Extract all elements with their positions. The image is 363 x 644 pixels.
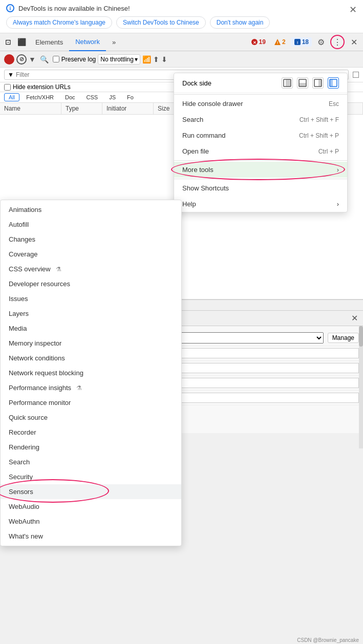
tab-network[interactable]: Network xyxy=(69,33,106,51)
submenu-network-request-blocking[interactable]: Network request blocking xyxy=(1,366,181,380)
submenu-coverage[interactable]: Coverage xyxy=(1,247,181,262)
submenu-sensors[interactable]: Sensors xyxy=(1,484,181,499)
submenu-webauthn[interactable]: WebAuthn xyxy=(1,514,181,529)
menu-show-shortcuts[interactable]: Show Shortcuts xyxy=(174,180,347,196)
clear-button[interactable]: ⊘ xyxy=(16,54,27,65)
svg-rect-7 xyxy=(286,79,291,87)
submenu-webaudio[interactable]: WebAudio xyxy=(1,499,181,514)
submenu-search[interactable]: Search xyxy=(1,455,181,469)
filter-js[interactable]: JS xyxy=(104,93,120,101)
menu-run-command[interactable]: Run command Ctrl + Shift + P xyxy=(174,127,347,143)
menu-help-label: Help xyxy=(182,200,196,208)
hide-extension-label: Hide extension URLs xyxy=(13,83,71,91)
menu-divider-2 xyxy=(174,160,347,161)
svg-rect-9 xyxy=(299,83,306,87)
submenu-memory-inspector[interactable]: Memory inspector xyxy=(1,336,181,351)
more-options-icon[interactable]: ⋮ xyxy=(330,35,345,49)
notification-bar: i DevTools is now available in Chinese! … xyxy=(0,0,363,33)
menu-divider-3 xyxy=(174,179,347,179)
filter-checkbox[interactable] xyxy=(353,72,359,78)
record-button[interactable] xyxy=(4,54,14,65)
dock-icon-separate[interactable] xyxy=(282,77,293,89)
submenu-quick-source[interactable]: Quick source xyxy=(1,410,181,425)
svg-text:!: ! xyxy=(277,40,279,45)
inspector-icon[interactable]: ⊡ xyxy=(2,38,14,46)
svg-rect-13 xyxy=(330,79,333,87)
submenu-issues[interactable]: Issues xyxy=(1,291,181,306)
dont-show-again-button[interactable]: Don't show again xyxy=(210,16,270,29)
submenu-autofill[interactable]: Autofill xyxy=(1,217,181,232)
download-icon[interactable]: ⬇ xyxy=(161,55,167,63)
menu-help[interactable]: Help › xyxy=(174,196,347,212)
search-button[interactable]: 🔍 xyxy=(38,54,51,65)
close-notification-button[interactable]: ✕ xyxy=(349,4,357,15)
more-tools-chevron: › xyxy=(337,166,339,174)
menu-more-tools[interactable]: More tools › xyxy=(174,162,347,178)
notification-buttons: Always match Chrome's language Switch De… xyxy=(6,16,357,29)
menu-open-file[interactable]: Open file Ctrl + P xyxy=(174,143,347,159)
submenu-layers[interactable]: Layers xyxy=(1,306,181,321)
submenu-performance-monitor[interactable]: Performance monitor xyxy=(1,395,181,410)
more-tools-submenu: Animations Autofill Changes Coverage CSS… xyxy=(0,200,182,546)
submenu-recorder[interactable]: Recorder xyxy=(1,425,181,440)
submenu-whats-new[interactable]: What's new xyxy=(1,529,181,544)
menu-open-file-shortcut: Ctrl + P xyxy=(318,148,339,155)
wifi-icon[interactable]: 📶 xyxy=(142,55,151,63)
drawer-scrollthumb xyxy=(359,326,363,347)
menu-search-label: Search xyxy=(182,116,203,123)
upload-icon[interactable]: ⬆ xyxy=(153,55,159,63)
throttle-select[interactable]: No throttling ▾ xyxy=(98,54,140,65)
notification-title: i DevTools is now available in Chinese! … xyxy=(6,4,357,12)
submenu-animations[interactable]: Animations xyxy=(1,202,181,217)
menu-more-tools-label: More tools xyxy=(182,166,213,174)
main-menu: Dock side Hide console drawer Esc Search… xyxy=(174,73,348,212)
menu-search[interactable]: Search Ctrl + Shift + F xyxy=(174,112,347,127)
dock-icon-left[interactable] xyxy=(328,77,339,89)
drawer-scrollbar[interactable] xyxy=(359,326,363,448)
submenu-rendering[interactable]: Rendering xyxy=(1,440,181,455)
console-icon[interactable]: ⬛ xyxy=(14,38,29,46)
notification-text: DevTools is now available in Chinese! xyxy=(18,5,130,12)
col-header-type: Type xyxy=(61,103,102,114)
svg-rect-11 xyxy=(318,79,322,87)
dock-side-row: Dock side xyxy=(174,73,347,93)
preserve-log-label: Preserve log xyxy=(61,56,96,63)
css-overview-badge: ⚗ xyxy=(56,266,61,273)
tab-elements[interactable]: Elements xyxy=(29,33,69,51)
submenu-security[interactable]: Security xyxy=(1,469,181,484)
submenu-media[interactable]: Media xyxy=(1,321,181,336)
filter-fo[interactable]: Fo xyxy=(122,93,138,101)
throttle-label: No throttling xyxy=(100,56,134,63)
submenu-performance-insights[interactable]: Performance insights ⚗ xyxy=(1,380,181,395)
submenu-changes[interactable]: Changes xyxy=(1,232,181,247)
hide-extension-checkbox[interactable] xyxy=(4,84,11,91)
svg-text:✕: ✕ xyxy=(252,40,256,45)
filter-icon[interactable]: ▼ xyxy=(29,55,36,63)
tab-more[interactable]: » xyxy=(106,33,122,51)
submenu-css-overview[interactable]: CSS overview ⚗ xyxy=(1,262,181,276)
filter-doc[interactable]: Doc xyxy=(60,93,80,101)
switch-to-chinese-button[interactable]: Switch DevTools to Chinese xyxy=(116,16,206,29)
menu-hide-console[interactable]: Hide console drawer Esc xyxy=(174,96,347,112)
match-language-button[interactable]: Always match Chrome's language xyxy=(6,16,112,29)
menu-run-command-shortcut: Ctrl + Shift + P xyxy=(299,132,339,139)
preserve-log-checkbox[interactable]: Preserve log xyxy=(53,56,96,63)
drawer-close-button[interactable]: ✕ xyxy=(348,313,361,323)
close-devtools-icon[interactable]: ✕ xyxy=(347,35,361,49)
submenu-developer-resources[interactable]: Developer resources xyxy=(1,276,181,291)
warning-badge: ! 2 xyxy=(271,37,289,47)
performance-insights-badge: ⚗ xyxy=(76,384,82,392)
manage-button[interactable]: Manage xyxy=(328,333,359,343)
svg-text:!: ! xyxy=(296,40,298,45)
filter-all[interactable]: All xyxy=(4,93,19,101)
preserve-log-input[interactable] xyxy=(53,56,59,62)
filter-css[interactable]: CSS xyxy=(82,93,103,101)
filter-fetch-xhr[interactable]: Fetch/XHR xyxy=(22,93,58,101)
menu-run-command-label: Run command xyxy=(182,132,226,139)
menu-divider-1 xyxy=(174,94,347,95)
submenu-network-conditions[interactable]: Network conditions xyxy=(1,351,181,366)
settings-icon[interactable]: ⚙ xyxy=(314,35,328,49)
attribution: CSDN @Brownie_pancake xyxy=(297,637,359,643)
dock-icon-right[interactable] xyxy=(312,77,324,89)
dock-icon-bottom[interactable] xyxy=(297,77,308,89)
